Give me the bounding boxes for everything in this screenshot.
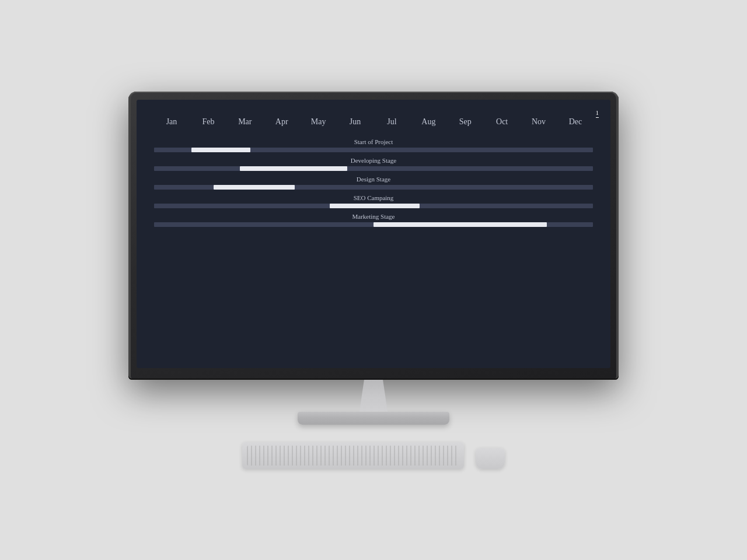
screen-content: 1 JanFebMarAprMayJunJulAugSepOctNovDec S… (137, 100, 610, 368)
gantt-row: Marketing Stage (154, 213, 593, 227)
gantt-task-label: Developing Stage (154, 157, 593, 164)
month-label: Feb (191, 117, 226, 127)
gantt-task-label: Design Stage (154, 176, 593, 183)
gantt-bar (330, 204, 420, 208)
month-label: Jul (374, 117, 409, 127)
monitor-screen: 1 JanFebMarAprMayJunJulAugSepOctNovDec S… (137, 100, 610, 368)
month-label: Nov (521, 117, 556, 127)
month-label: Aug (411, 117, 446, 127)
month-label: Dec (558, 117, 593, 127)
slide-number: 1 (596, 109, 599, 118)
gantt-task-label: Marketing Stage (154, 213, 593, 220)
gantt-track (154, 222, 593, 227)
gantt-row: Start of Project (154, 138, 593, 152)
month-label: Oct (484, 117, 519, 127)
keyboard-area (242, 442, 505, 469)
gantt-task-label: SEO Campaing (154, 194, 593, 201)
gantt-bar (214, 185, 295, 190)
monitor-neck (350, 380, 397, 412)
gantt-row: Developing Stage (154, 157, 593, 171)
monitor-base (298, 412, 449, 425)
gantt-row: SEO Campaing (154, 194, 593, 208)
month-label: Sep (448, 117, 483, 127)
monitor-bezel: 1 JanFebMarAprMayJunJulAugSepOctNovDec S… (128, 92, 619, 380)
month-label: Apr (264, 117, 299, 127)
gantt-bar (191, 148, 251, 152)
keyboard (242, 442, 464, 469)
gantt-task-label: Start of Project (154, 138, 593, 145)
gantt-container: Start of ProjectDeveloping StageDesign S… (154, 138, 593, 232)
gantt-track (154, 166, 593, 171)
month-row: JanFebMarAprMayJunJulAugSepOctNovDec (154, 117, 593, 127)
scene: 1 JanFebMarAprMayJunJulAugSepOctNovDec S… (0, 0, 747, 560)
monitor: 1 JanFebMarAprMayJunJulAugSepOctNovDec S… (128, 92, 619, 469)
gantt-bar (240, 166, 347, 171)
gantt-track (154, 148, 593, 152)
gantt-row: Design Stage (154, 176, 593, 190)
month-label: May (301, 117, 336, 127)
month-label: Jan (154, 117, 189, 127)
month-label: Jun (338, 117, 373, 127)
gantt-bar (374, 222, 547, 227)
gantt-track (154, 185, 593, 190)
gantt-track (154, 204, 593, 208)
month-label: Mar (228, 117, 263, 127)
mouse (476, 448, 505, 469)
